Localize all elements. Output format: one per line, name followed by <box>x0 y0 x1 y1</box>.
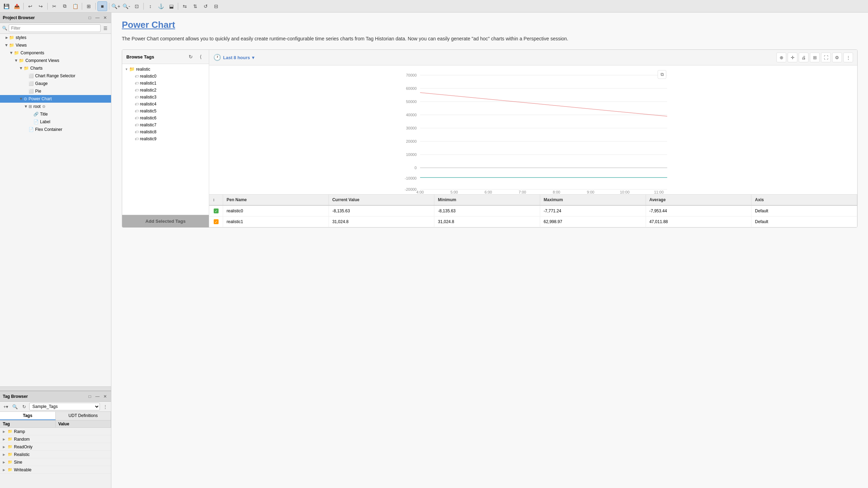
zoom-fit-button[interactable]: ⊡ <box>132 1 142 11</box>
tag-row-readonly[interactable]: ▶ 📁 ReadOnly <box>0 443 111 451</box>
btree-item-realistic1[interactable]: 🏷 realistic1 <box>122 80 209 87</box>
horizontal-scrollbar[interactable] <box>0 386 111 391</box>
close-panel-button[interactable]: ✕ <box>102 15 108 21</box>
svg-text:0: 0 <box>415 166 417 170</box>
tree-item-components[interactable]: ▶ 📁 Components <box>0 49 111 57</box>
refresh-browse-button[interactable]: ↻ <box>187 53 195 61</box>
export-button[interactable]: 📤 <box>12 1 22 11</box>
tag-row-writeable[interactable]: ▶ 📁 Writeable <box>0 466 111 474</box>
filter-input[interactable] <box>9 24 101 32</box>
close-tag-browser-button[interactable]: ✕ <box>102 393 108 400</box>
chart-table-button[interactable]: ⊞ <box>810 53 820 62</box>
rotate-button[interactable]: ↺ <box>201 1 211 11</box>
tab-tags[interactable]: Tags <box>0 412 56 420</box>
btree-item-realistic3[interactable]: 🏷 realistic3 <box>122 94 209 101</box>
tab-udt-definitions[interactable]: UDT Definitions <box>56 412 111 420</box>
btree-item-realistic-folder[interactable]: ▼ 📁 realistic <box>122 65 209 73</box>
tag-col-header-value: Value <box>56 420 111 427</box>
tag-row-random[interactable]: ▶ 📁 Random <box>0 435 111 443</box>
widget-layout: Browse Tags ↻ ⟨ ▼ 📁 realistic <box>122 50 857 227</box>
paste-button[interactable]: 📋 <box>70 1 80 11</box>
tree-item-gauge[interactable]: ▶ ⬜ Gauge <box>0 80 111 87</box>
tree-item-styles[interactable]: ▶ 📁 styles <box>0 34 111 41</box>
btree-folder-icon-realistic: 📁 <box>129 66 135 72</box>
btree-item-realistic6[interactable]: 🏷 realistic6 <box>122 115 209 121</box>
browse-tags-actions: ↻ ⟨ <box>187 53 205 61</box>
chart-fullscreen-button[interactable]: ⛶ <box>821 53 831 62</box>
tag-row-realistic[interactable]: ▶ 📁 Realistic <box>0 451 111 458</box>
save-button[interactable]: 💾 <box>1 1 11 11</box>
detach-tag-browser-button[interactable]: — <box>94 393 101 400</box>
flip-h-button[interactable]: ⇆ <box>180 1 190 11</box>
tag-browser: Tag Browser □ — ✕ +▾ 🔍 ↻ Sample_Tags ⋮ T… <box>0 391 111 488</box>
tag-cell-ramp: ▶ 📁 Ramp <box>0 428 56 435</box>
undo-button[interactable]: ↩ <box>25 1 35 11</box>
pen-line-realistic0 <box>420 93 667 116</box>
time-range-selector[interactable]: 🕐 Last 8 hours ▾ <box>213 54 254 61</box>
btree-tag-label-r6: realistic6 <box>140 116 156 120</box>
chart-settings-button[interactable]: ⚙ <box>832 53 842 62</box>
distribute-button[interactable]: ⊟ <box>211 1 221 11</box>
tag-provider-select[interactable]: Sample_Tags <box>29 403 100 410</box>
browse-tags-tree: ▼ 📁 realistic 🏷 realistic0 🏷 <box>122 64 209 215</box>
search-tag-button[interactable]: 🔍 <box>11 403 19 410</box>
tree-item-charts[interactable]: ▶ 📁 Charts <box>0 64 111 72</box>
tag-name-readonly: ReadOnly <box>14 444 32 449</box>
browse-tags-header: Browse Tags ↻ ⟨ <box>122 50 209 64</box>
tree-item-flex-container[interactable]: ▶ 📄 Flex Container <box>0 126 111 133</box>
svg-text:4:00: 4:00 <box>416 190 424 194</box>
tree-item-power-chart[interactable]: ▶ ⊙ Power Chart <box>0 95 111 103</box>
filter-options-button[interactable]: ☰ <box>102 25 109 32</box>
tag-row-sine[interactable]: ▶ 📁 Sine <box>0 458 111 466</box>
dock-button[interactable]: ⬓ <box>166 1 176 11</box>
flip-v-button[interactable]: ⇅ <box>190 1 200 11</box>
tag-row-ramp[interactable]: ▶ 📁 Ramp <box>0 428 111 435</box>
tag-table-header: Tag Value <box>0 420 111 428</box>
add-pen-button[interactable]: ⊕ <box>776 53 786 62</box>
add-selected-tags-button[interactable]: Add Selected Tags <box>122 215 209 227</box>
svg-text:-20000: -20000 <box>405 187 417 191</box>
tree-item-component-views[interactable]: ▶ 📁 Component Views <box>0 57 111 64</box>
btree-item-realistic0[interactable]: 🏷 realistic0 <box>122 73 209 80</box>
pen-checkbox-r1[interactable]: ✓ <box>209 217 223 227</box>
move-button[interactable]: ↕ <box>145 1 155 11</box>
tree-item-pie[interactable]: ▶ ⬜ Pie <box>0 87 111 95</box>
cut-button[interactable]: ✂ <box>49 1 59 11</box>
zoom-in-button[interactable]: 🔍+ <box>111 1 121 11</box>
left-panel: Project Browser □ — ✕ 🔍 ☰ ▶ 📁 styles <box>0 13 111 488</box>
chart-crosshair-button[interactable]: ✛ <box>788 53 797 62</box>
refresh-tag-button[interactable]: ↻ <box>20 403 28 410</box>
link-icon-title: 🔗 <box>33 112 39 117</box>
btree-item-realistic8[interactable]: 🏷 realistic8 <box>122 128 209 135</box>
chart-print-button[interactable]: 🖨 <box>799 53 808 62</box>
tree-item-title[interactable]: ▶ 🔗 Title <box>0 110 111 118</box>
minimize-tag-browser-button[interactable]: □ <box>87 393 93 400</box>
anchor-button[interactable]: ⚓ <box>156 1 166 11</box>
btree-item-realistic9[interactable]: 🏷 realistic9 <box>122 135 209 142</box>
detach-panel-button[interactable]: — <box>94 15 101 21</box>
tree-item-label[interactable]: ▶ 📄 Label <box>0 118 111 126</box>
pen-max-r1: 62,998.97 <box>540 217 646 227</box>
tree-item-root[interactable]: ▶ ⊞ root ⚙ <box>0 103 111 110</box>
arrange-button[interactable]: ⊞ <box>84 1 94 11</box>
btree-item-realistic5[interactable]: 🏷 realistic5 <box>122 108 209 115</box>
chart-more-button[interactable]: ⋮ <box>843 53 853 62</box>
btree-item-realistic7[interactable]: 🏷 realistic7 <box>122 121 209 128</box>
minimize-panel-button[interactable]: □ <box>87 15 93 21</box>
pen-table: ↕ Pen Name Current Value Minimum Maximum… <box>209 194 857 227</box>
power-chart-widget: Browse Tags ↻ ⟨ ▼ 📁 realistic <box>122 49 858 228</box>
redo-button[interactable]: ↪ <box>36 1 46 11</box>
add-tag-button[interactable]: +▾ <box>2 403 10 410</box>
pen-checkbox-r0[interactable]: ✓ <box>209 206 223 216</box>
collapse-browse-button[interactable]: ⟨ <box>196 53 205 61</box>
tag-options-button[interactable]: ⋮ <box>101 403 109 410</box>
tree-arrow-views: ▶ <box>4 43 9 48</box>
copy-button[interactable]: ⧉ <box>60 1 70 11</box>
tree-item-views[interactable]: ▶ 📁 Views <box>0 41 111 49</box>
select-button[interactable]: ■ <box>97 1 107 11</box>
zoom-out-button[interactable]: 🔍- <box>121 1 131 11</box>
btree-item-realistic2[interactable]: 🏷 realistic2 <box>122 87 209 94</box>
tree-item-chart-range-selector[interactable]: ▶ ⬜ Chart Range Selector <box>0 72 111 80</box>
tree-label-root: root <box>33 104 41 109</box>
btree-item-realistic4[interactable]: 🏷 realistic4 <box>122 101 209 108</box>
